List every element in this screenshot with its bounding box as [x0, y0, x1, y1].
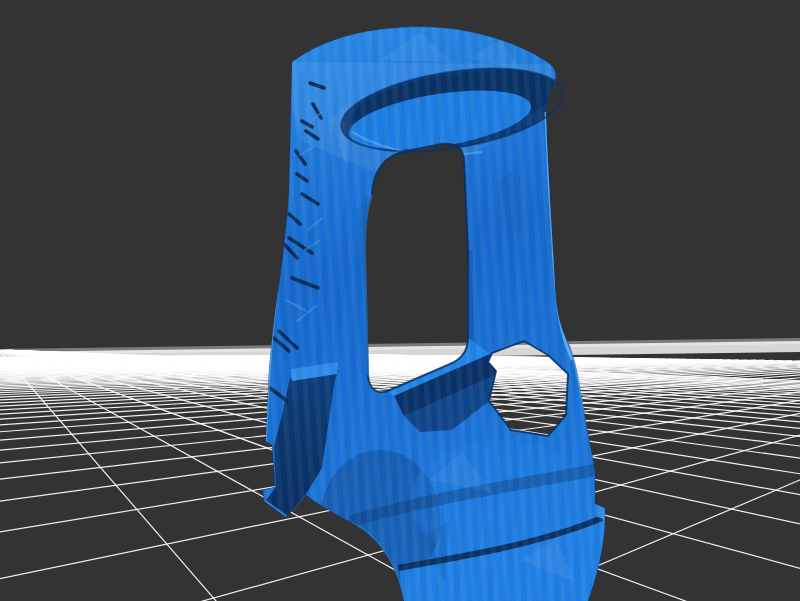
3d-viewport[interactable]	[0, 0, 800, 601]
model-canvas	[0, 0, 800, 601]
